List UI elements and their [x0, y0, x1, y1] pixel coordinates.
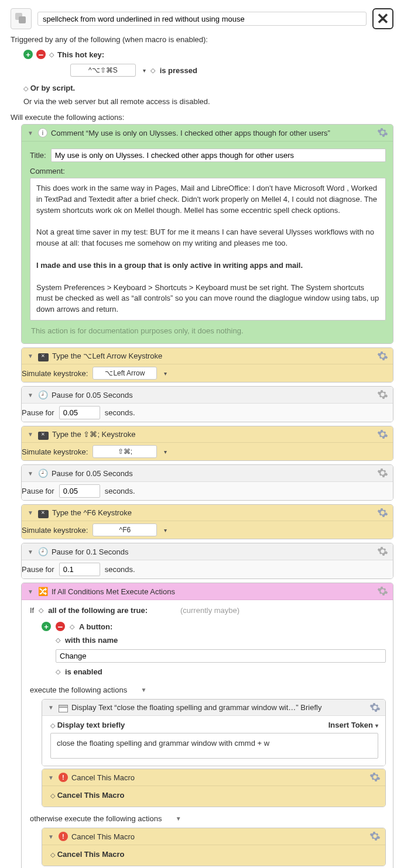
- disclosure-icon[interactable]: ▼: [28, 509, 33, 516]
- gear-icon[interactable]: [377, 546, 388, 557]
- button-cond-label[interactable]: A button:: [79, 622, 112, 631]
- action-cancel-macro-1[interactable]: ▼ ! Cancel This Macro ◇ Cancel This Macr…: [42, 769, 386, 807]
- gear-icon[interactable]: [377, 389, 388, 400]
- action-if[interactable]: ▼ 🔀 If All Conditions Met Execute Action…: [21, 583, 393, 868]
- pause-label: Pause for: [22, 565, 54, 574]
- action-cancel-macro-2[interactable]: ▼ ! Cancel This Macro ◇ Cancel This Macr…: [42, 828, 386, 866]
- pause-unit: seconds.: [105, 565, 135, 574]
- sort-icon[interactable]: ◇: [56, 636, 59, 644]
- pause-unit: seconds.: [105, 408, 135, 417]
- action-title: Type the ^F6 Keystroke: [52, 508, 132, 517]
- with-name-label[interactable]: with this name: [65, 636, 118, 645]
- disclosure-icon[interactable]: ▼: [48, 833, 54, 840]
- gear-icon[interactable]: [377, 507, 388, 518]
- display-text-input[interactable]: close the floating spelling and grammar …: [50, 733, 378, 759]
- clock-icon: 🕘: [38, 390, 48, 399]
- remove-condition-icon[interactable]: −: [56, 622, 65, 631]
- keyboard-icon: [38, 432, 49, 440]
- keyboard-icon: [38, 353, 49, 361]
- sort-icon[interactable]: ◇: [39, 607, 42, 614]
- chevron-down-icon[interactable]: ▾: [143, 67, 146, 74]
- disclosure-icon[interactable]: ▼: [28, 549, 33, 555]
- sort-icon[interactable]: ◇: [50, 792, 54, 800]
- cancel-macro-label[interactable]: Cancel This Macro: [57, 791, 125, 800]
- action-pause-3[interactable]: ▼ 🕘 Pause for 0.1 Seconds Pause for seco…: [21, 543, 393, 579]
- pause-value-input[interactable]: [59, 563, 100, 576]
- disclosure-icon[interactable]: ▼: [28, 431, 33, 438]
- or-script-label: Or by script.: [30, 84, 76, 92]
- gear-icon[interactable]: [377, 429, 388, 440]
- gear-icon[interactable]: [377, 467, 388, 478]
- title-input[interactable]: [51, 149, 386, 162]
- simulate-label: Simulate keystroke:: [22, 369, 88, 378]
- add-trigger-icon[interactable]: +: [23, 50, 33, 59]
- gear-icon[interactable]: [369, 771, 381, 783]
- pause-value-input[interactable]: [59, 484, 100, 498]
- action-title: Pause for 0.1 Seconds: [52, 547, 129, 556]
- gear-icon[interactable]: [377, 127, 388, 138]
- if-label: If: [30, 606, 34, 615]
- keystroke-chip[interactable]: ⌥Left Arrow: [93, 367, 157, 380]
- disclosure-icon[interactable]: ▼: [176, 815, 182, 822]
- action-type-keystroke-1[interactable]: ▼ Type the ⌥Left Arrow Keystroke Simulat…: [21, 347, 393, 383]
- gear-icon[interactable]: [377, 585, 388, 597]
- action-comment[interactable]: ▼ i Comment “My use is only on Ulysses. …: [21, 124, 393, 344]
- disclosure-icon[interactable]: ▼: [141, 687, 146, 693]
- sort-icon[interactable]: ◇: [70, 623, 73, 631]
- triggered-by-label: Triggered by any of the following (when …: [0, 34, 404, 47]
- sort-icon[interactable]: ◇: [49, 51, 53, 58]
- action-pause-1[interactable]: ▼ 🕘 Pause for 0.05 Seconds Pause for sec…: [21, 386, 393, 422]
- all-true-label[interactable]: all of the following are true:: [48, 606, 148, 615]
- is-enabled-label[interactable]: is enabled: [65, 667, 102, 676]
- chevron-down-icon[interactable]: ▾: [164, 370, 167, 377]
- sort-icon[interactable]: ◇: [56, 668, 59, 676]
- disclosure-icon[interactable]: ▼: [28, 588, 33, 595]
- add-condition-icon[interactable]: +: [42, 622, 51, 631]
- pause-label: Pause for: [22, 408, 54, 417]
- cancel-macro-label[interactable]: Cancel This Macro: [57, 850, 125, 859]
- keystroke-chip[interactable]: ^F6: [93, 523, 157, 536]
- title-label: Title:: [30, 151, 46, 160]
- action-pause-2[interactable]: ▼ 🕘 Pause for 0.05 Seconds Pause for sec…: [21, 464, 393, 501]
- remove-trigger-icon[interactable]: −: [36, 50, 46, 59]
- chevron-down-icon[interactable]: ▾: [164, 449, 167, 455]
- pause-value-input[interactable]: [59, 406, 100, 419]
- close-icon[interactable]: ✕: [372, 8, 393, 29]
- disclosure-icon[interactable]: ▼: [48, 704, 54, 711]
- action-title: Cancel This Macro: [71, 832, 135, 841]
- disclosure-icon[interactable]: ▼: [28, 353, 33, 359]
- disclosure-icon[interactable]: ▼: [28, 130, 33, 136]
- action-display-text[interactable]: ▼ Display Text “close the floating spell…: [42, 699, 386, 766]
- insert-token-button[interactable]: Insert Token▾: [328, 721, 378, 729]
- gear-icon[interactable]: [377, 350, 388, 361]
- macro-icon[interactable]: [11, 8, 32, 29]
- disclosure-icon[interactable]: ▼: [48, 774, 54, 781]
- disclosure-icon[interactable]: ▼: [28, 392, 33, 398]
- gear-icon[interactable]: [369, 702, 381, 713]
- action-title: Type the ⇧⌘; Keystroke: [52, 430, 136, 439]
- clock-icon: 🕘: [38, 547, 48, 556]
- is-pressed-label: is pressed: [160, 66, 197, 75]
- action-title: If All Conditions Met Execute Actions: [52, 587, 175, 596]
- sort-icon[interactable]: ◇: [50, 851, 54, 859]
- disclosure-icon[interactable]: ▼: [28, 470, 33, 477]
- error-icon: !: [59, 773, 68, 782]
- action-type-keystroke-3[interactable]: ▼ Type the ^F6 Keystroke Simulate keystr…: [21, 504, 393, 539]
- action-type-keystroke-2[interactable]: ▼ Type the ⇧⌘; Keystroke Simulate keystr…: [21, 426, 393, 461]
- sort-icon[interactable]: ◇: [23, 85, 27, 92]
- clock-icon: 🕘: [38, 469, 48, 478]
- gear-icon[interactable]: [369, 831, 381, 842]
- action-title: Type the ⌥Left Arrow Keystroke: [52, 352, 162, 360]
- button-name-input[interactable]: [56, 649, 386, 663]
- action-title: Pause for 0.05 Seconds: [52, 391, 133, 399]
- comment-textarea[interactable]: This does work in the same way in Pages,…: [30, 178, 386, 321]
- sort-icon[interactable]: ◇: [150, 67, 154, 74]
- macro-name-input[interactable]: [37, 12, 367, 26]
- display-brief-label[interactable]: Display text briefly: [57, 721, 125, 729]
- hotkey-chip[interactable]: ^⌥⇧⌘S: [70, 64, 136, 77]
- branch-icon: 🔀: [38, 587, 48, 596]
- sort-icon[interactable]: ◇: [50, 722, 54, 729]
- chevron-down-icon[interactable]: ▾: [164, 527, 167, 533]
- keystroke-chip[interactable]: ⇧⌘;: [93, 445, 157, 458]
- window-icon: [59, 705, 68, 712]
